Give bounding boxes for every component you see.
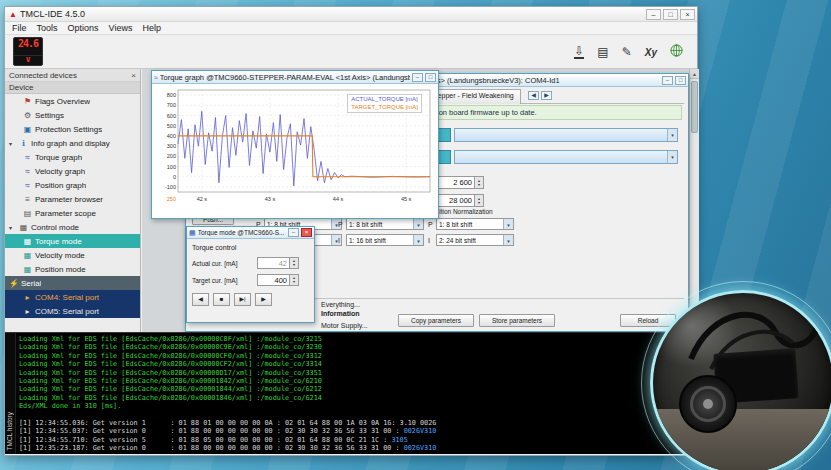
sidebar-item-torque-graph[interactable]: ≈Torque graph <box>5 150 140 164</box>
info-icon: ℹ <box>19 139 28 148</box>
app-titlebar[interactable]: ▲ TMCL-IDE 4.5.0 – □ × <box>5 7 697 22</box>
menu-tools[interactable]: Tools <box>32 23 63 33</box>
torque-mode-window-title: Torque mode @TMC9660-S... <box>198 229 286 236</box>
port-icon: ▸ <box>23 293 32 302</box>
svg-text:44 s: 44 s <box>333 196 344 202</box>
voltage-display: 24.6 V <box>13 37 43 66</box>
menu-options[interactable]: Options <box>63 23 104 33</box>
console-line: Loading Xml for EDS file [EdsCache/0x028… <box>19 385 694 393</box>
selection-combo-2[interactable]: ▾ <box>454 150 678 164</box>
sidebar-item-com4-serial-port[interactable]: ▸COM4: Serial port <box>5 290 140 304</box>
chevron-down-icon: ▾ <box>503 235 513 245</box>
sidebar-item-protection-settings[interactable]: ▣Protection Settings <box>5 122 140 136</box>
sidebar-item-label: Control mode <box>31 223 79 232</box>
velocity-i-shift-dropdown[interactable]: 1: 16 bit shift▾ <box>346 234 424 246</box>
torque-mode-titlebar[interactable]: ▦ Torque mode @TMC9660-S... – × <box>187 227 314 239</box>
sidebar-item-label: Torque graph <box>35 153 82 162</box>
console-tab[interactable]: TMCL history <box>5 333 16 454</box>
serial-icon: ⚡ <box>9 279 18 288</box>
globe-icon[interactable] <box>670 44 683 60</box>
minimize-icon[interactable]: – <box>412 73 423 82</box>
step-button[interactable]: ▶| <box>234 293 251 306</box>
close-icon[interactable]: × <box>131 71 136 80</box>
sidebar-item-label: Position graph <box>35 181 86 190</box>
menu-help[interactable]: Help <box>137 23 166 33</box>
tab-prev-icon[interactable]: ◀ <box>528 91 539 100</box>
menu-file[interactable]: File <box>7 23 32 33</box>
spinner[interactable]: ▴▾ <box>289 275 298 285</box>
value-field-2[interactable]: 28 000 ▴▾ <box>436 194 484 207</box>
torque-graph-titlebar[interactable]: ≈ Torque graph @TMC9660-STEPPER-PARAM-EV… <box>152 71 438 84</box>
combo-color-button[interactable] <box>438 128 451 142</box>
sidebar-item-label: Velocity mode <box>35 251 85 260</box>
close-icon[interactable]: × <box>301 228 312 237</box>
graph-icon: ≈ <box>23 167 32 176</box>
legend-item: TARGET_TORQUE [mA] <box>351 104 418 112</box>
sidebar-item-parameter-browser[interactable]: ≡Parameter browser <box>5 192 140 206</box>
value-field-1[interactable]: 2 600 ▴▾ <box>436 176 484 189</box>
svg-text:0: 0 <box>173 174 176 180</box>
port-icon: ▸ <box>23 307 32 316</box>
sidebar-item-label: Flags Overview <box>35 97 90 106</box>
start-button[interactable]: ▶ <box>255 293 272 306</box>
scrollbar-thumb[interactable] <box>691 81 698 133</box>
maximize-button[interactable]: □ <box>663 9 678 20</box>
spinner[interactable]: ▴▾ <box>474 195 483 206</box>
velocity-p-shift-dropdown[interactable]: 1: 8 bit shift▾ <box>346 218 424 230</box>
svg-text:-100: -100 <box>165 184 176 190</box>
copy-parameters-button[interactable]: Copy parameters <box>398 314 474 327</box>
position-p-shift-dropdown[interactable]: 1: 8 bit shift▾ <box>436 218 514 230</box>
sidebar-item-parameter-scope[interactable]: ▤Parameter scope <box>5 206 140 220</box>
sidebar-item-velocity-mode[interactable]: ▦Velocity mode <box>5 248 140 262</box>
toolbar-icons: ⇩ ▤ ✎ Xy <box>574 44 683 60</box>
sidebar-item-velocity-graph[interactable]: ≈Velocity graph <box>5 164 140 178</box>
spin-down-icon[interactable]: ▾ <box>475 183 483 187</box>
chevron-down-icon[interactable]: ▾ <box>9 224 16 231</box>
close-button[interactable]: × <box>680 9 695 20</box>
tab-next-icon[interactable]: ▶ <box>541 91 552 100</box>
sidebar-item-position-graph[interactable]: ≈Position graph <box>5 178 140 192</box>
desktop: ▲ TMCL-IDE 4.5.0 – □ × FileToolsOptionsV… <box>0 0 831 470</box>
minimize-icon[interactable]: – <box>662 76 673 85</box>
toolbar: 24.6 V ⇩ ▤ ✎ Xy <box>5 35 697 69</box>
spin-down-icon[interactable]: ▾ <box>475 201 483 205</box>
minimize-button[interactable]: – <box>646 9 661 20</box>
sidebar-item-settings[interactable]: ⚙Settings <box>5 108 140 122</box>
report-icon[interactable]: ▤ <box>597 45 608 59</box>
sidebar-item-label: Velocity graph <box>35 167 85 176</box>
shield-icon: ▣ <box>23 125 32 134</box>
chevron-down-icon[interactable]: ▾ <box>9 140 16 147</box>
sidebar-item-info-graph-and-display[interactable]: ▾ℹInfo graph and display <box>5 136 140 150</box>
position-i-shift-dropdown[interactable]: 2: 24 bit shift▾ <box>436 234 514 246</box>
target-current-field[interactable]: 400 ▴▾ <box>257 274 299 286</box>
minimize-icon[interactable]: – <box>288 228 299 237</box>
menu-views[interactable]: Views <box>104 23 138 33</box>
rotate-left-button[interactable]: ◀ <box>192 293 209 306</box>
combo-color-button[interactable] <box>438 150 451 164</box>
maximize-icon[interactable]: □ <box>425 73 436 82</box>
sidebar-item-serial[interactable]: ⚡Serial <box>5 276 140 290</box>
chevron-down-icon: ▾ <box>503 219 513 229</box>
legend-item: ACTUAL_TORQUE [mA] <box>351 96 418 104</box>
sidebar-item-control-mode[interactable]: ▾▦Control mode <box>5 220 140 234</box>
selection-combo-1[interactable]: ▾ <box>454 128 678 142</box>
store-parameters-button[interactable]: Store parameters <box>479 314 555 327</box>
scroll-up-icon[interactable]: ▲ <box>690 69 699 79</box>
edit-icon[interactable]: ✎ <box>622 45 632 59</box>
download-icon[interactable]: ⇩ <box>574 46 584 59</box>
spin-down-icon[interactable]: ▾ <box>290 280 298 284</box>
xy-icon[interactable]: Xy <box>645 47 657 58</box>
maximize-icon[interactable]: □ <box>675 76 686 85</box>
sidebar-item-torque-mode[interactable]: ▦Torque mode <box>5 234 140 248</box>
spinner[interactable]: ▴▾ <box>474 177 483 188</box>
sidebar-item-com5-serial-port[interactable]: ▸COM5: Serial port <box>5 304 140 318</box>
sidebar-item-flags-overview[interactable]: ⚑Flags Overview <box>5 94 140 108</box>
console-line: [1] 12:35:23.187: Get version 0 : 01 88 … <box>19 444 694 452</box>
chevron-down-icon: ▾ <box>667 151 677 163</box>
i-label: I <box>338 237 343 244</box>
svg-text:100: 100 <box>167 164 176 170</box>
console-log[interactable]: Loading Xml for EDS file [EdsCache/0x028… <box>16 333 697 454</box>
sidebar-item-position-mode[interactable]: ▦Position mode <box>5 262 140 276</box>
stop-button[interactable]: ■ <box>213 293 230 306</box>
sidebar-item-label: Parameter scope <box>35 209 96 218</box>
